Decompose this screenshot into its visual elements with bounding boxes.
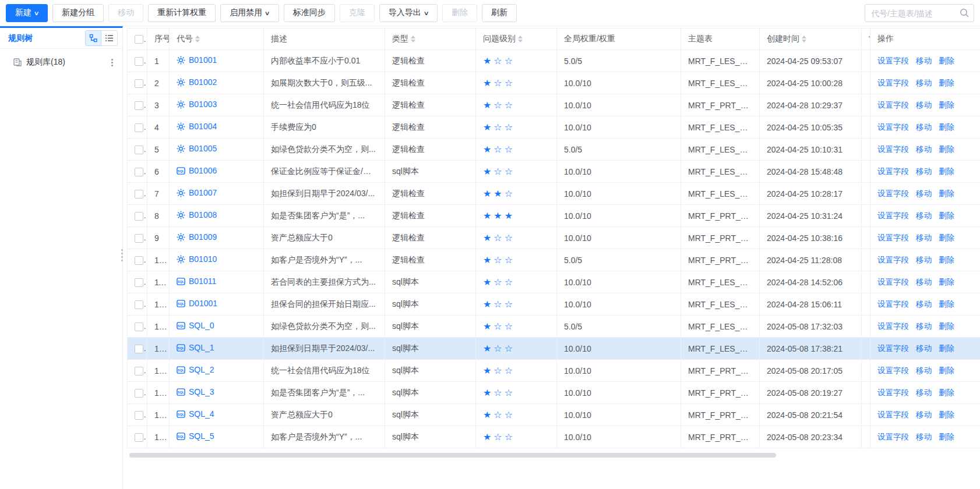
- select-all-checkbox[interactable]: [135, 35, 143, 44]
- set-fields-link[interactable]: 设置字段: [877, 144, 909, 155]
- delete-link[interactable]: 删除: [939, 100, 954, 111]
- delete-link[interactable]: 删除: [939, 410, 954, 420]
- set-fields-link[interactable]: 设置字段: [877, 166, 909, 177]
- delete-link[interactable]: 删除: [939, 233, 954, 243]
- set-fields-link[interactable]: 设置字段: [877, 432, 909, 442]
- rule-code-link[interactable]: B01003: [177, 100, 217, 109]
- toolbar-button-7[interactable]: 导入导出∨: [379, 4, 438, 22]
- column-header-7[interactable]: 创建时间: [760, 29, 862, 50]
- move-link[interactable]: 移动: [916, 100, 932, 111]
- move-link[interactable]: 移动: [916, 321, 932, 332]
- horizontal-scrollbar[interactable]: [129, 453, 776, 458]
- row-checkbox[interactable]: [135, 389, 143, 398]
- rule-code-link[interactable]: SQLSQL_0: [177, 321, 214, 330]
- list-view-button[interactable]: [101, 30, 118, 46]
- rule-code-link[interactable]: SQLSQL_2: [177, 365, 214, 374]
- row-checkbox[interactable]: [135, 146, 143, 154]
- toolbar-button-4[interactable]: 启用禁用∨: [220, 4, 279, 22]
- column-header-3[interactable]: 类型: [385, 29, 476, 50]
- delete-link[interactable]: 删除: [939, 56, 954, 66]
- set-fields-link[interactable]: 设置字段: [877, 78, 909, 88]
- row-checkbox[interactable]: [135, 367, 143, 375]
- set-fields-link[interactable]: 设置字段: [877, 410, 909, 420]
- rule-code-link[interactable]: B01005: [177, 144, 217, 153]
- move-link[interactable]: 移动: [916, 78, 932, 88]
- toolbar-button-1[interactable]: 新建分组: [52, 4, 104, 22]
- set-fields-link[interactable]: 设置字段: [877, 189, 909, 199]
- rule-code-link[interactable]: B01009: [177, 232, 217, 242]
- rule-code-link[interactable]: SQLD01001: [177, 299, 217, 308]
- toolbar-button-9[interactable]: 刷新: [482, 4, 517, 22]
- delete-link[interactable]: 删除: [939, 78, 954, 88]
- move-link[interactable]: 移动: [916, 56, 932, 66]
- row-checkbox[interactable]: [135, 190, 143, 199]
- panel-resize-handle[interactable]: [121, 249, 123, 261]
- toolbar-button-0[interactable]: 新建∨: [6, 4, 48, 22]
- row-checkbox[interactable]: [135, 123, 143, 132]
- delete-link[interactable]: 删除: [939, 388, 954, 398]
- rule-code-link[interactable]: B01010: [177, 254, 217, 264]
- set-fields-link[interactable]: 设置字段: [877, 299, 909, 310]
- delete-link[interactable]: 删除: [939, 255, 954, 265]
- row-checkbox[interactable]: [135, 278, 143, 287]
- move-link[interactable]: 移动: [916, 277, 932, 288]
- move-link[interactable]: 移动: [916, 189, 932, 199]
- delete-link[interactable]: 删除: [939, 299, 954, 310]
- delete-link[interactable]: 删除: [939, 166, 954, 177]
- rule-code-link[interactable]: B01002: [177, 77, 217, 87]
- rule-code-link[interactable]: SQLSQL_4: [177, 409, 214, 419]
- row-checkbox[interactable]: [135, 212, 143, 221]
- delete-link[interactable]: 删除: [939, 144, 954, 155]
- set-fields-link[interactable]: 设置字段: [877, 343, 909, 354]
- rule-code-link[interactable]: SQLB01006: [177, 166, 217, 175]
- tab-rule-tree[interactable]: 规则树: [8, 33, 33, 44]
- set-fields-link[interactable]: 设置字段: [877, 100, 909, 111]
- move-link[interactable]: 移动: [916, 122, 932, 133]
- row-checkbox[interactable]: [135, 323, 143, 331]
- set-fields-link[interactable]: 设置字段: [877, 122, 909, 133]
- set-fields-link[interactable]: 设置字段: [877, 388, 909, 398]
- move-link[interactable]: 移动: [916, 388, 932, 398]
- set-fields-link[interactable]: 设置字段: [877, 211, 909, 221]
- row-checkbox[interactable]: [135, 433, 143, 442]
- move-link[interactable]: 移动: [916, 166, 932, 177]
- move-link[interactable]: 移动: [916, 366, 932, 376]
- column-header-4[interactable]: 问题级别: [476, 29, 557, 50]
- delete-link[interactable]: 删除: [939, 277, 954, 288]
- set-fields-link[interactable]: 设置字段: [877, 277, 909, 288]
- delete-link[interactable]: 删除: [939, 366, 954, 376]
- row-checkbox[interactable]: [135, 101, 143, 110]
- row-checkbox[interactable]: [135, 411, 143, 420]
- row-checkbox[interactable]: [135, 57, 143, 66]
- move-link[interactable]: 移动: [916, 410, 932, 420]
- rule-code-link[interactable]: SQLB01011: [177, 277, 216, 286]
- delete-link[interactable]: 删除: [939, 122, 954, 133]
- row-checkbox[interactable]: [135, 234, 143, 243]
- delete-link[interactable]: 删除: [939, 321, 954, 332]
- column-header-1[interactable]: 代号: [170, 29, 264, 50]
- tree-view-button[interactable]: [85, 30, 101, 46]
- move-link[interactable]: 移动: [916, 255, 932, 265]
- tree-item-rule-library[interactable]: 规则库(18): [0, 52, 122, 72]
- delete-link[interactable]: 删除: [939, 189, 954, 199]
- rule-code-link[interactable]: SQLSQL_1: [177, 343, 214, 352]
- set-fields-link[interactable]: 设置字段: [877, 321, 909, 332]
- row-checkbox[interactable]: [135, 168, 143, 176]
- tree-item-menu-icon[interactable]: [108, 56, 117, 69]
- move-link[interactable]: 移动: [916, 144, 932, 155]
- delete-link[interactable]: 删除: [939, 211, 954, 221]
- rule-code-link[interactable]: B01008: [177, 210, 217, 219]
- row-checkbox[interactable]: [135, 345, 143, 353]
- move-link[interactable]: 移动: [916, 432, 932, 442]
- row-checkbox[interactable]: [135, 300, 143, 309]
- set-fields-link[interactable]: 设置字段: [877, 255, 909, 265]
- move-link[interactable]: 移动: [916, 343, 932, 354]
- toolbar-button-5[interactable]: 标准同步: [284, 4, 335, 22]
- move-link[interactable]: 移动: [916, 299, 932, 310]
- search-input[interactable]: [865, 4, 974, 22]
- rule-code-link[interactable]: SQLSQL_5: [177, 431, 214, 441]
- set-fields-link[interactable]: 设置字段: [877, 233, 909, 243]
- move-link[interactable]: 移动: [916, 211, 932, 221]
- rule-code-link[interactable]: SQLSQL_3: [177, 387, 214, 396]
- rule-code-link[interactable]: B01007: [177, 188, 217, 197]
